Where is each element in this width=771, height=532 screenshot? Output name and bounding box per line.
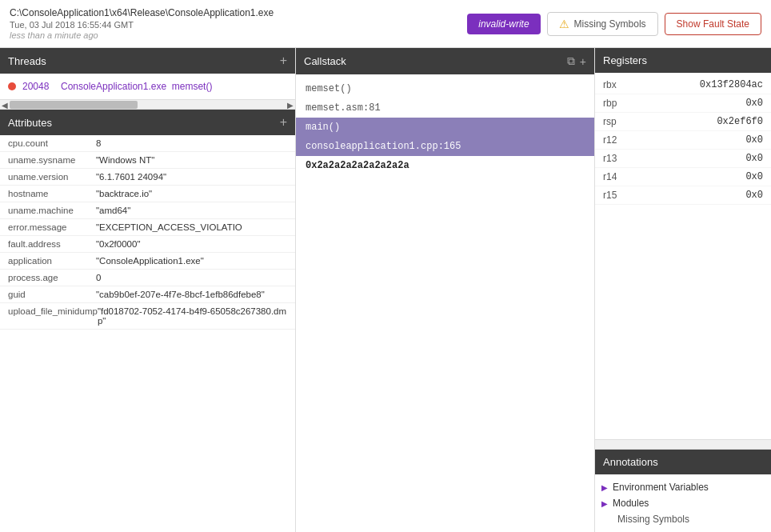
attributes-title: Attributes (8, 117, 52, 129)
callstack-row[interactable]: memset.asm:81 (296, 98, 594, 118)
attr-key: hostname (8, 189, 96, 198)
header-actions: invalid-write ⚠ Missing Symbols Show Fau… (467, 12, 761, 36)
register-value: 0x0 (745, 98, 763, 109)
register-name: r15 (603, 190, 635, 201)
attribute-row: process.age0 (0, 270, 295, 286)
callstack-row[interactable]: consoleapplication1.cpp:165 (296, 137, 594, 156)
registers-scrollbar[interactable] (595, 439, 771, 449)
attribute-row: upload_file_minidump"fd018702-7052-4174-… (0, 303, 295, 330)
attr-val: "amd64" (96, 206, 130, 215)
scroll-left-icon[interactable]: ◀ (0, 100, 10, 109)
attr-key: error.message (8, 222, 96, 232)
register-value: 0x13f2804ac (700, 79, 763, 90)
attribute-row: error.message"EXCEPTION_ACCESS_VIOLATIO (0, 219, 295, 236)
callstack-header: Callstack ⧉ + (296, 48, 594, 74)
callstack-actions: ⧉ + (567, 54, 586, 68)
attr-val: "cab9b0ef-207e-4f7e-8bcf-1efb86dfebe8" (96, 290, 265, 299)
attribute-row: hostname"backtrace.io" (0, 186, 295, 202)
annotation-expandable[interactable]: ▶Environment Variables (601, 479, 765, 495)
attr-key: application (8, 256, 96, 266)
callstack-row[interactable]: memset() (296, 79, 594, 98)
attribute-row: uname.sysname"Windows NT" (0, 152, 295, 169)
register-row: rbp0x0 (595, 94, 771, 113)
main-content: Threads + 20048 ConsoleApplication1.exe … (0, 48, 771, 532)
register-value: 0x0 (745, 190, 763, 201)
attr-key: fault.address (8, 239, 96, 249)
attributes-content: cpu.count8uname.sysname"Windows NT"uname… (0, 135, 295, 532)
attribute-row: fault.address"0x2f0000" (0, 236, 295, 253)
register-name: rsp (603, 116, 635, 127)
attributes-add-button[interactable]: + (280, 116, 287, 129)
threads-header: Threads + (0, 48, 295, 74)
callstack-panel: Callstack ⧉ + memset()memset.asm:81main(… (296, 48, 595, 532)
attribute-row: uname.version"6.1.7601 24094" (0, 169, 295, 186)
register-value: 0x2ef6f0 (717, 116, 763, 127)
thread-item[interactable]: 20048 ConsoleApplication1.exe memset() (0, 77, 295, 96)
annotations-header: Annotations (595, 450, 771, 474)
callstack-row[interactable]: 0x2a2a2a2a2a2a2a2a (296, 156, 594, 175)
file-path: C:\ConsoleApplication1\x64\Release\Conso… (10, 7, 274, 18)
attr-val: "0x2f0000" (96, 239, 140, 249)
timestamp: Tue, 03 Jul 2018 16:55:44 GMT (10, 20, 274, 30)
annotations-panel: Annotations ▶Environment Variables▶Modul… (595, 449, 771, 532)
register-value: 0x0 (745, 134, 763, 146)
annotation-expandable[interactable]: ▶Modules (601, 495, 765, 511)
register-name: r12 (603, 134, 635, 146)
copy-icon[interactable]: ⧉ (567, 54, 575, 68)
register-row: rbx0x13f2804ac (595, 76, 771, 94)
registers-title: Registers (603, 54, 647, 66)
scroll-right-icon[interactable]: ▶ (286, 100, 295, 109)
right-panel: Registers rbx0x13f2804acrbp0x0rsp0x2ef6f… (595, 48, 771, 532)
attribute-row: uname.machine"amd64" (0, 202, 295, 219)
threads-add-button[interactable]: + (280, 54, 287, 67)
callstack-row[interactable]: main() (296, 118, 594, 137)
header: C:\ConsoleApplication1\x64\Release\Conso… (0, 0, 771, 48)
callstack-content: memset()memset.asm:81main()consoleapplic… (296, 74, 594, 532)
attribute-row: guid"cab9b0ef-207e-4f7e-8bcf-1efb86dfebe… (0, 286, 295, 303)
register-row: r140x0 (595, 168, 771, 186)
thread-status-dot (8, 82, 16, 90)
attr-key: upload_file_minidump (8, 306, 98, 316)
annotations-title: Annotations (603, 456, 658, 468)
register-value: 0x0 (745, 171, 763, 182)
annotations-content: ▶Environment Variables▶ModulesMissing Sy… (595, 474, 771, 532)
attr-key: uname.version (8, 172, 96, 182)
threads-scrollbar[interactable]: ◀ ▶ (0, 99, 295, 109)
attr-val: 8 (96, 138, 101, 148)
attr-val: "EXCEPTION_ACCESS_VIOLATIO (96, 222, 242, 232)
attr-key: uname.machine (8, 206, 96, 215)
register-row: r150x0 (595, 186, 771, 205)
attribute-row: cpu.count8 (0, 135, 295, 152)
warning-icon: ⚠ (559, 18, 569, 30)
register-name: rbx (603, 79, 635, 90)
attr-val: "6.1.7601 24094" (96, 172, 166, 182)
expand-icon[interactable]: + (580, 55, 586, 68)
scrollbar-thumb[interactable] (10, 101, 138, 109)
attr-val: "fd018702-7052-4174-b4f9-65058c267380.dm… (98, 306, 287, 326)
attr-val: "ConsoleApplication1.exe" (96, 256, 204, 266)
attr-key: process.age (8, 273, 96, 282)
header-left: C:\ConsoleApplication1\x64\Release\Conso… (10, 7, 274, 40)
missing-symbols-button[interactable]: ⚠ Missing Symbols (547, 12, 658, 36)
registers-content: rbx0x13f2804acrbp0x0rsp0x2ef6f0r120x0r13… (595, 73, 771, 439)
attr-key: cpu.count (8, 138, 96, 148)
expand-arrow-icon: ▶ (601, 499, 608, 508)
invalid-write-button[interactable]: invalid-write (467, 14, 540, 34)
attributes-panel: Attributes + cpu.count8uname.sysname"Win… (0, 110, 295, 532)
show-fault-state-button[interactable]: Show Fault State (665, 13, 761, 35)
threads-title: Threads (8, 55, 46, 67)
attribute-row: application"ConsoleApplication1.exe" (0, 253, 295, 270)
register-value: 0x0 (745, 153, 763, 164)
attr-key: guid (8, 290, 96, 299)
attr-val: "backtrace.io" (96, 189, 152, 198)
left-panel: Threads + 20048 ConsoleApplication1.exe … (0, 48, 296, 532)
attributes-header: Attributes + (0, 110, 295, 135)
threads-panel: Threads + 20048 ConsoleApplication1.exe … (0, 48, 295, 110)
thread-name: ConsoleApplication1.exe memset() (61, 81, 212, 92)
threads-content: 20048 ConsoleApplication1.exe memset() (0, 74, 295, 99)
relative-time: less than a minute ago (10, 30, 274, 40)
callstack-title: Callstack (304, 55, 346, 67)
attr-val: 0 (96, 273, 101, 282)
registers-header: Registers (595, 48, 771, 73)
attr-val: "Windows NT" (96, 155, 154, 165)
